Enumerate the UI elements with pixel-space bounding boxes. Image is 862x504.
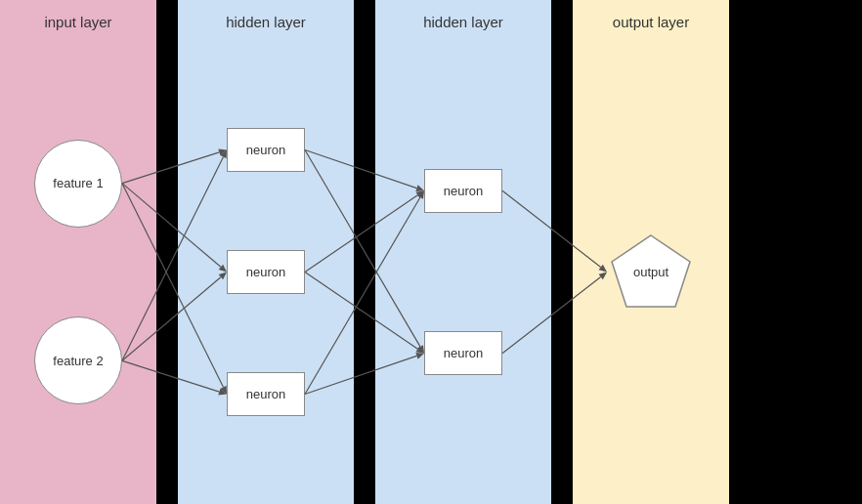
hidden2-node-2: neuron — [424, 331, 502, 375]
hidden-layer-1-title: hidden layer — [226, 14, 306, 30]
input-layer: input layer feature 1 feature 2 — [0, 0, 156, 504]
hidden1-node-2: neuron — [227, 250, 305, 294]
hidden1-node-1: neuron — [227, 128, 305, 172]
input-layer-title: input layer — [44, 14, 111, 30]
input-nodes-area: feature 1 feature 2 — [0, 40, 156, 504]
input-node-1: feature 1 — [34, 140, 122, 228]
output-node-label: output — [633, 265, 668, 279]
hidden2-node-1: neuron — [424, 169, 502, 213]
gap-3 — [551, 0, 573, 504]
input-node-2: feature 2 — [34, 316, 122, 404]
hidden-layer-1: hidden layer neuron neuron neuron — [178, 0, 354, 504]
input-node-2-label: feature 2 — [53, 354, 103, 368]
hidden1-node-2-label: neuron — [246, 265, 285, 279]
hidden1-node-3: neuron — [227, 372, 305, 416]
hidden-layer-2-title: hidden layer — [423, 14, 503, 30]
hidden2-nodes-area: neuron neuron — [375, 40, 551, 504]
output-layer-title: output layer — [613, 14, 689, 30]
output-node: output — [607, 231, 695, 314]
hidden2-node-2-label: neuron — [444, 346, 483, 360]
hidden1-nodes-area: neuron neuron neuron — [178, 40, 354, 504]
gap-1 — [156, 0, 178, 504]
neural-network-diagram: input layer feature 1 feature 2 hidden l… — [0, 0, 862, 504]
gap-2 — [354, 0, 375, 504]
hidden1-node-3-label: neuron — [246, 387, 285, 401]
input-node-1-label: feature 1 — [53, 176, 103, 190]
hidden2-node-1-label: neuron — [444, 184, 483, 198]
output-node-wrapper: output — [573, 40, 729, 504]
hidden-layer-2: hidden layer neuron neuron — [375, 0, 551, 504]
output-layer: output layer output — [573, 0, 729, 504]
hidden1-node-1-label: neuron — [246, 143, 285, 157]
